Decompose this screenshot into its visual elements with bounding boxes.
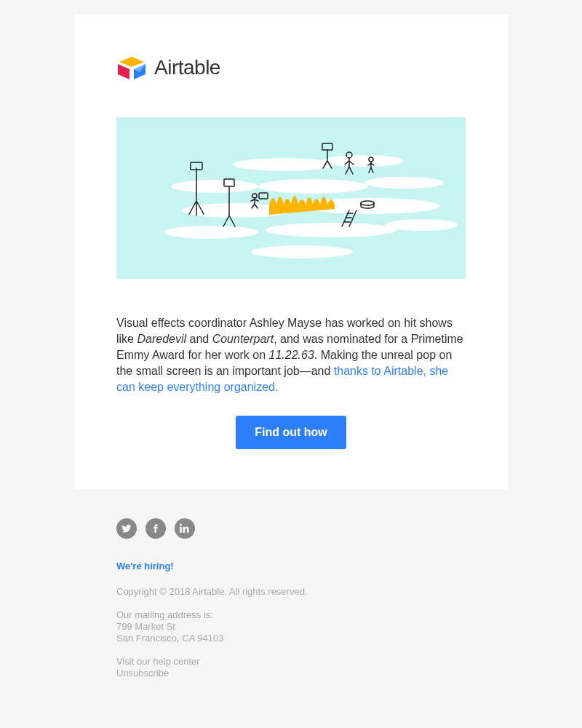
- hiring-link[interactable]: We're hiring!: [116, 561, 466, 571]
- social-row: [116, 518, 466, 539]
- hero-illustration: [116, 117, 466, 279]
- address-line-1: 799 Market St: [116, 621, 466, 633]
- svg-point-11: [164, 226, 258, 239]
- copyright-text: Copyright © 2018 Airtable, All rights re…: [116, 586, 466, 598]
- linkedin-icon[interactable]: [175, 518, 195, 539]
- cta-wrap: Find out how: [116, 416, 466, 449]
- address-label: Our mailing address is:: [116, 609, 466, 621]
- body-paragraph: Visual effects coordinator Ashley Mayse …: [116, 315, 466, 395]
- body-em-1: Daredevil: [137, 333, 186, 345]
- svg-rect-21: [259, 193, 268, 199]
- body-em-2: Counterpart: [212, 333, 274, 345]
- card-inner: Airtable: [74, 15, 508, 489]
- svg-point-4: [233, 158, 335, 171]
- facebook-icon[interactable]: [146, 518, 166, 539]
- unsubscribe-link[interactable]: Unsubscribe: [116, 668, 466, 679]
- find-out-how-button[interactable]: Find out how: [236, 416, 346, 449]
- airtable-logo-icon: [116, 55, 147, 81]
- svg-point-13: [386, 219, 458, 231]
- twitter-icon[interactable]: [116, 518, 137, 539]
- svg-point-8: [364, 177, 444, 189]
- footer-links: Visit our help center Unsubscribe: [116, 656, 466, 679]
- svg-point-20: [252, 194, 257, 198]
- svg-point-12: [266, 223, 396, 237]
- address-block: Our mailing address is: 799 Market St Sa…: [116, 609, 466, 644]
- svg-point-14: [251, 245, 353, 258]
- body-em-3: 11.22.63: [269, 349, 314, 361]
- svg-marker-1: [118, 64, 129, 79]
- logo-wordmark: Airtable: [154, 56, 220, 79]
- help-center-link[interactable]: Visit our help center: [116, 656, 466, 668]
- svg-marker-0: [119, 57, 144, 67]
- svg-rect-19: [322, 143, 332, 150]
- logo[interactable]: Airtable: [116, 55, 466, 81]
- svg-point-6: [171, 180, 258, 193]
- body-text-2: and: [186, 333, 212, 345]
- footer: We're hiring! Copyright © 2018 Airtable,…: [74, 489, 508, 708]
- svg-point-5: [324, 155, 404, 167]
- svg-point-7: [258, 179, 367, 194]
- address-line-2: San Francisco, CA 94103: [116, 633, 466, 644]
- email-card: Airtable: [74, 15, 508, 489]
